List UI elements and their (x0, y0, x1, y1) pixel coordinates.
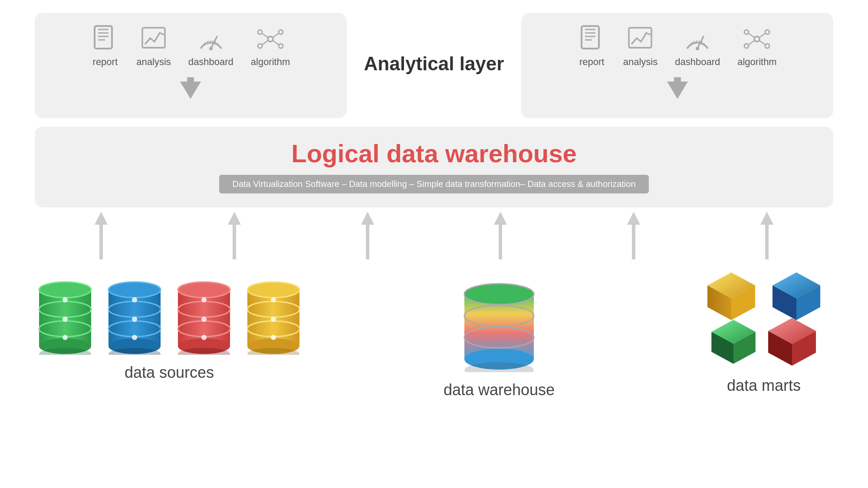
main-container: report analysis (0, 0, 868, 488)
right-analysis-icon-item: analysis (623, 25, 658, 68)
svg-rect-19 (187, 77, 194, 83)
svg-point-90 (271, 335, 276, 340)
svg-line-17 (273, 40, 279, 45)
right-algorithm-label: algorithm (737, 56, 776, 68)
svg-rect-49 (632, 224, 635, 259)
svg-marker-44 (361, 212, 374, 225)
db-red (174, 268, 234, 355)
cubes-container (694, 268, 833, 368)
svg-marker-46 (494, 212, 507, 225)
svg-point-28 (696, 47, 699, 50)
svg-marker-48 (627, 212, 640, 225)
svg-marker-38 (667, 82, 688, 99)
svg-marker-50 (760, 212, 773, 225)
svg-rect-47 (499, 224, 502, 259)
svg-line-37 (759, 40, 765, 45)
svg-rect-25 (629, 28, 651, 48)
right-panel-icons: report analysis (578, 25, 777, 68)
svg-point-10 (258, 30, 262, 34)
svg-line-34 (749, 33, 755, 38)
left-analysis-label: analysis (136, 56, 171, 68)
svg-line-14 (262, 33, 268, 38)
left-report-icon-item: report (91, 25, 119, 68)
svg-point-60 (62, 335, 68, 340)
analytical-title-container: Analytical layer (364, 13, 504, 118)
svg-point-58 (62, 297, 68, 302)
svg-point-79 (201, 317, 207, 322)
right-analysis-icon (626, 25, 654, 53)
svg-line-16 (262, 40, 268, 45)
svg-line-15 (273, 33, 279, 38)
data-sources-group: data sources (35, 268, 304, 382)
svg-point-78 (201, 297, 207, 302)
left-panel-icons: report analysis (91, 25, 290, 68)
arrows-section (35, 207, 833, 264)
right-dashboard-icon (684, 25, 711, 53)
bottom-section: data sources (35, 268, 833, 399)
left-analytical-panel: report analysis (35, 13, 347, 118)
left-dashboard-label: dashboard (188, 56, 233, 68)
left-report-label: report (93, 56, 118, 68)
cube-red (764, 314, 820, 370)
analytical-layer-title: Analytical layer (364, 53, 504, 75)
up-arrow-5 (627, 212, 640, 259)
right-report-label: report (579, 56, 604, 68)
svg-rect-41 (99, 224, 103, 259)
svg-rect-51 (765, 224, 769, 259)
svg-point-11 (279, 30, 283, 34)
up-arrow-6 (760, 212, 773, 259)
svg-point-29 (754, 36, 760, 42)
svg-rect-39 (674, 77, 681, 83)
svg-point-70 (132, 335, 137, 340)
data-marts-label: data marts (727, 377, 801, 395)
up-arrow-3 (361, 212, 374, 259)
cube-green (707, 316, 760, 368)
svg-point-68 (132, 297, 137, 302)
right-panel-arrow-down (664, 77, 690, 101)
ldw-box: Logical data warehouse Data Virtualizati… (35, 127, 833, 207)
ldw-subtitle: Data Virtualization Software – Data mode… (219, 175, 648, 193)
algorithm-icon (256, 25, 284, 53)
left-algorithm-icon-item: algorithm (251, 25, 290, 68)
data-sources-label: data sources (125, 364, 214, 382)
analytical-panels: report analysis (35, 13, 833, 118)
right-dashboard-icon-item: dashboard (675, 25, 720, 68)
up-arrow-1 (95, 212, 108, 259)
right-report-icon-item: report (578, 25, 606, 68)
right-analysis-label: analysis (623, 56, 658, 68)
svg-point-88 (271, 297, 276, 302)
svg-line-35 (759, 33, 765, 38)
data-warehouse-group: data warehouse (444, 268, 555, 399)
svg-point-30 (744, 30, 749, 34)
svg-point-69 (132, 317, 137, 322)
right-algorithm-icon (743, 25, 771, 53)
svg-rect-45 (366, 224, 369, 259)
left-analysis-icon-item: analysis (136, 25, 171, 68)
top-section: report analysis (35, 13, 833, 207)
svg-marker-42 (228, 212, 241, 225)
left-algorithm-label: algorithm (251, 56, 290, 68)
svg-rect-43 (233, 224, 236, 259)
dashboard-icon (197, 25, 225, 53)
svg-marker-40 (95, 212, 108, 225)
up-arrow-4 (494, 212, 507, 259)
db-yellow (243, 268, 304, 355)
svg-point-12 (258, 44, 262, 48)
svg-point-9 (268, 36, 273, 42)
db-multicolor (456, 268, 542, 372)
svg-point-89 (271, 317, 276, 322)
right-report-icon (578, 25, 606, 53)
svg-point-59 (62, 317, 68, 322)
svg-point-13 (279, 44, 283, 48)
right-analytical-panel: report analysis (521, 13, 833, 118)
up-arrow-2 (228, 212, 241, 259)
right-dashboard-label: dashboard (675, 56, 720, 68)
db-blue (104, 268, 165, 355)
svg-line-36 (749, 40, 755, 45)
data-warehouse-label: data warehouse (444, 381, 555, 399)
ldw-title: Logical data warehouse (291, 139, 577, 168)
svg-point-80 (201, 335, 207, 340)
svg-rect-5 (142, 28, 165, 48)
svg-point-32 (744, 44, 749, 48)
data-marts-group: data marts (694, 268, 833, 395)
